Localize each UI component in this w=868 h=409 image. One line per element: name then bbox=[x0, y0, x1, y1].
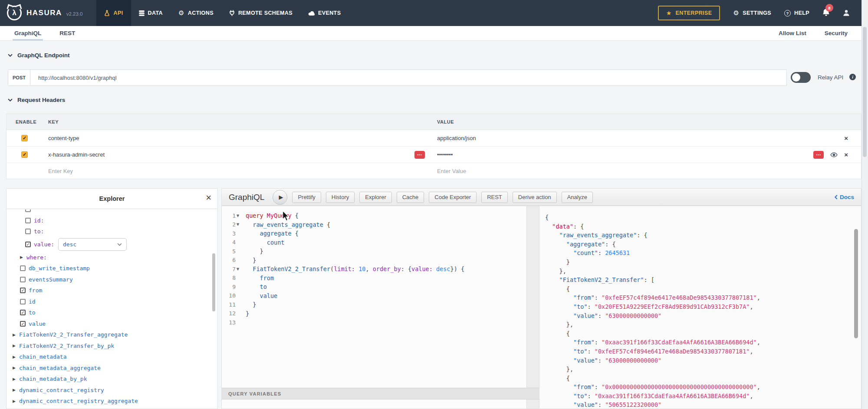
relay-api-toggle[interactable] bbox=[791, 72, 811, 83]
pane-divider[interactable] bbox=[526, 206, 539, 409]
tree-arg-label[interactable]: id: bbox=[34, 217, 44, 224]
hasura-brand[interactable]: λ HASURA v2.23.0 bbox=[0, 6, 82, 20]
explorer-item-value[interactable]: ✓value bbox=[7, 318, 217, 330]
explorer-item-value[interactable]: ✓value:desc bbox=[7, 237, 217, 252]
headers-section-header[interactable]: Request Headers bbox=[8, 97, 65, 103]
remove-header-icon[interactable]: × bbox=[844, 135, 848, 141]
tree-root-label[interactable]: FiatTokenV2_2_Transfer_aggregate bbox=[19, 331, 128, 338]
header-enable-checkbox[interactable]: ✓ bbox=[21, 135, 28, 141]
tree-checkbox[interactable] bbox=[25, 229, 31, 234]
endpoint-url-input[interactable]: http://localhost:8080/v1/graphql bbox=[30, 69, 787, 86]
tree-root-label[interactable]: dynamic_contract_registry bbox=[19, 387, 104, 393]
rest-button[interactable]: REST bbox=[481, 192, 508, 203]
tree-checkbox[interactable] bbox=[25, 218, 31, 223]
tree-field-label[interactable]: db_write_timestamp bbox=[29, 265, 90, 272]
explorer-item-chain_metadata_aggregate[interactable]: ▶chain_metadata_aggregate bbox=[7, 363, 217, 374]
tree-root-label[interactable]: FiatTokenV2_2_Transfer_by_pk bbox=[19, 343, 114, 349]
tab-allow-list[interactable]: Allow List bbox=[779, 26, 806, 41]
tab-rest[interactable]: REST bbox=[59, 26, 75, 41]
tree-checkbox[interactable]: ✓ bbox=[25, 242, 31, 247]
explorer-item-chain_metadata_by_pk[interactable]: ▶chain_metadata_by_pk bbox=[7, 373, 217, 385]
explorer-item-chain_metadata[interactable]: ▶chain_metadata bbox=[7, 351, 217, 363]
header-value[interactable]: application/json bbox=[437, 135, 476, 141]
tree-root-label[interactable]: dynamic_contract_registry_aggregate bbox=[19, 398, 138, 404]
remove-header-icon[interactable]: × bbox=[844, 151, 848, 158]
header-value[interactable]: •••••••• bbox=[437, 151, 453, 158]
notifications-button[interactable]: 8 bbox=[822, 8, 830, 18]
secret-badge-icon[interactable]: ••• bbox=[414, 151, 425, 159]
tree-checkbox[interactable]: ✓ bbox=[20, 321, 26, 327]
prettify-button[interactable]: Prettify bbox=[292, 192, 321, 203]
explorer-button[interactable]: Explorer bbox=[359, 192, 391, 203]
tab-graphiql[interactable]: GraphiQL bbox=[14, 26, 41, 41]
header-enable-checkbox[interactable]: ✓ bbox=[21, 151, 28, 158]
tree-field-label[interactable]: to bbox=[29, 309, 36, 316]
tree-checkbox[interactable] bbox=[20, 277, 26, 282]
history-button[interactable]: History bbox=[326, 192, 355, 203]
explorer-item-to[interactable]: to: bbox=[7, 226, 217, 237]
explorer-item[interactable] bbox=[7, 209, 217, 215]
tab-security[interactable]: Security bbox=[825, 26, 848, 41]
nav-item-events[interactable]: EVENTS bbox=[300, 0, 349, 26]
query-editor[interactable]: 1▼2▼34567▼8910111213 query MyQuery { raw… bbox=[222, 206, 526, 409]
tree-arg-label[interactable]: to: bbox=[34, 228, 44, 235]
execute-query-button[interactable]: ▶ bbox=[273, 190, 287, 205]
tree-checkbox[interactable] bbox=[20, 299, 26, 304]
tree-checkbox[interactable] bbox=[20, 265, 26, 271]
tree-checkbox[interactable]: ✓ bbox=[20, 310, 26, 315]
tree-checkbox[interactable]: ✓ bbox=[20, 288, 26, 293]
endpoint-section-header[interactable]: GraphQL Endpoint bbox=[8, 52, 70, 59]
caret-right-icon[interactable]: ▶ bbox=[13, 344, 16, 348]
info-icon[interactable]: i bbox=[849, 74, 856, 80]
explorer-item-where[interactable]: ▶where: bbox=[7, 252, 217, 263]
caret-right-icon[interactable]: ▶ bbox=[13, 399, 16, 403]
nav-item-data[interactable]: DATA bbox=[131, 0, 171, 26]
settings-button[interactable]: ⚙ SETTINGS bbox=[733, 9, 771, 17]
tree-field-label[interactable]: eventsSummary bbox=[29, 276, 73, 283]
caret-right-icon[interactable]: ▶ bbox=[13, 333, 16, 337]
eye-icon[interactable] bbox=[830, 152, 838, 157]
tree-field-label[interactable]: from bbox=[29, 287, 42, 294]
nav-item-actions[interactable]: ⚙ACTIONS bbox=[171, 0, 221, 26]
code-exporter-button[interactable]: Code Exporter bbox=[429, 192, 477, 203]
window-scrollbar-thumb[interactable] bbox=[863, 27, 867, 157]
docs-link[interactable]: Docs bbox=[834, 194, 854, 200]
window-scrollbar[interactable] bbox=[861, 0, 868, 409]
explorer-item-from[interactable]: ✓from bbox=[7, 285, 217, 296]
enterprise-button[interactable]: ★ ENTERPRISE bbox=[658, 6, 720, 20]
cache-button[interactable]: Cache bbox=[397, 192, 424, 203]
caret-right-icon[interactable]: ▶ bbox=[13, 377, 16, 381]
explorer-item-FiatTokenV2_2_Transfer_by_pk[interactable]: ▶FiatTokenV2_2_Transfer_by_pk bbox=[7, 340, 217, 352]
derive-action-button[interactable]: Derive action bbox=[513, 192, 557, 203]
value-input[interactable]: Enter Value bbox=[437, 168, 466, 174]
results-scrollbar[interactable] bbox=[854, 229, 858, 338]
caret-right-icon[interactable]: ▶ bbox=[13, 355, 16, 359]
explorer-item-dynamic_contract_registry_by_pk[interactable]: ▶dynamic_contract_registry_by_pk bbox=[7, 407, 217, 409]
close-icon[interactable]: × bbox=[206, 192, 211, 203]
tree-arg-label[interactable]: where: bbox=[26, 254, 47, 261]
query-variables-bar[interactable]: QUERY VARIABLES bbox=[222, 388, 539, 399]
tree-root-label[interactable]: chain_metadata_by_pk bbox=[19, 376, 87, 382]
explorer-item-dynamic_contract_registry[interactable]: ▶dynamic_contract_registry bbox=[7, 385, 217, 396]
tree-root-label[interactable]: chain_metadata_aggregate bbox=[19, 365, 101, 371]
header-key[interactable]: content-type bbox=[48, 135, 79, 141]
secret-badge-icon[interactable]: ••• bbox=[813, 151, 824, 159]
tree-root-label[interactable]: chain_metadata bbox=[19, 353, 67, 360]
explorer-item-to[interactable]: ✓to bbox=[7, 307, 217, 318]
order-direction-select[interactable]: desc bbox=[58, 238, 127, 251]
caret-right-icon[interactable]: ▶ bbox=[13, 388, 16, 392]
user-menu-button[interactable] bbox=[843, 10, 850, 16]
header-key[interactable]: x-hasura-admin-secret bbox=[48, 151, 105, 158]
nav-item-api[interactable]: API bbox=[96, 0, 131, 26]
caret-right-icon[interactable]: ▶ bbox=[13, 366, 16, 370]
explorer-item-FiatTokenV2_2_Transfer_aggregate[interactable]: ▶FiatTokenV2_2_Transfer_aggregate bbox=[7, 329, 217, 340]
tree-arg-label[interactable]: value: bbox=[34, 241, 54, 248]
analyze-button[interactable]: Analyze bbox=[562, 192, 593, 203]
help-button[interactable]: ? HELP bbox=[784, 10, 809, 16]
nav-item-remote-schemas[interactable]: REMOTE SCHEMAS bbox=[221, 0, 300, 26]
caret-right-icon[interactable]: ▶ bbox=[20, 255, 23, 259]
key-input[interactable]: Enter Key bbox=[48, 168, 73, 174]
explorer-item-db_write_timestamp[interactable]: db_write_timestamp bbox=[7, 263, 217, 274]
tree-field-label[interactable]: id bbox=[29, 298, 36, 305]
explorer-item-eventsSummary[interactable]: eventsSummary bbox=[7, 274, 217, 285]
